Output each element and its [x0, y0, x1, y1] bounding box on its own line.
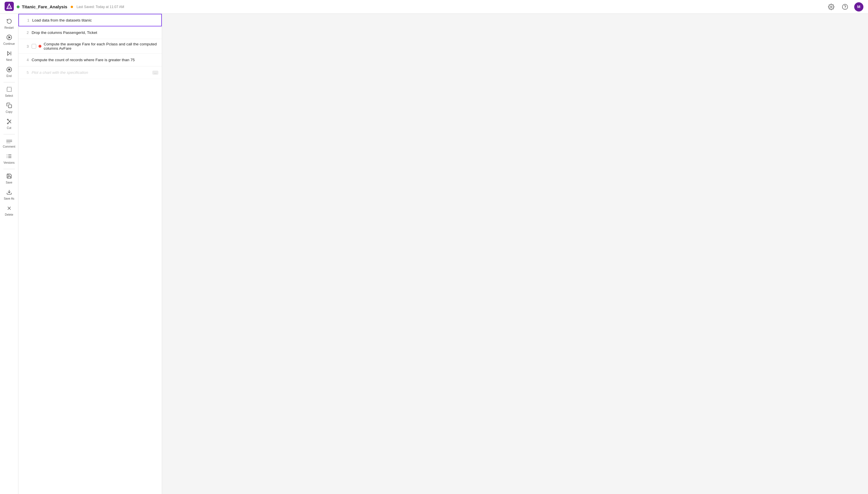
step-row[interactable]: 2 Drop the columns PassengerId, Ticket	[18, 26, 162, 39]
sidebar: Restart Continue Next	[0, 14, 18, 494]
sidebar-divider-1	[3, 82, 15, 82]
sidebar-item-cut[interactable]: Cut	[1, 116, 18, 132]
step-number: 4	[22, 58, 29, 62]
restart-label: Restart	[4, 26, 14, 29]
step-row[interactable]: 1 Load data from the datasets titanic	[18, 14, 162, 26]
versions-label: Versions	[3, 161, 14, 164]
svg-marker-7	[8, 37, 10, 38]
step-number: 5	[22, 70, 29, 75]
versions-icon	[6, 153, 12, 160]
saved-dot	[71, 6, 73, 8]
next-label: Next	[6, 58, 12, 61]
main-content: 1 Load data from the datasets titanic 2 …	[18, 14, 868, 494]
user-avatar[interactable]: M	[854, 2, 863, 12]
sidebar-item-select[interactable]: Select	[1, 84, 18, 100]
svg-point-4	[843, 4, 848, 9]
svg-point-15	[7, 119, 8, 120]
cut-label: Cut	[7, 126, 12, 130]
copy-label: Copy	[6, 110, 12, 113]
comment-icon	[6, 138, 12, 145]
sidebar-item-continue[interactable]: Continue	[1, 32, 18, 48]
save-label: Save	[6, 181, 12, 184]
select-icon	[6, 87, 12, 94]
sidebar-item-save[interactable]: Save	[1, 171, 18, 186]
step-checkbox[interactable]	[32, 44, 36, 49]
save-icon	[6, 173, 12, 180]
svg-rect-11	[8, 69, 10, 70]
svg-marker-8	[7, 52, 10, 55]
main-layout: Restart Continue Next	[0, 14, 868, 494]
end-label: End	[6, 74, 12, 78]
step-text: Load data from the datasets titanic	[32, 18, 158, 22]
sidebar-item-restart[interactable]: Restart	[1, 16, 18, 32]
cut-icon	[6, 119, 12, 126]
steps-panel: 1 Load data from the datasets titanic 2 …	[18, 14, 162, 494]
settings-button[interactable]	[827, 2, 836, 12]
step-number: 2	[22, 31, 29, 35]
step-text: Drop the columns PassengerId, Ticket	[32, 31, 159, 35]
step-error-dot	[38, 45, 41, 48]
sidebar-item-comment[interactable]: Comment	[1, 136, 18, 151]
svg-point-14	[7, 123, 8, 124]
sidebar-item-next[interactable]: Next	[1, 48, 18, 64]
saved-text: Last Saved: Today at 11:07 AM	[76, 5, 124, 9]
sidebar-item-copy[interactable]: Copy	[1, 100, 18, 116]
continue-label: Continue	[3, 42, 15, 45]
select-label: Select	[5, 94, 13, 97]
svg-rect-13	[8, 105, 12, 108]
end-icon	[6, 66, 12, 74]
topbar-actions: M	[827, 2, 863, 12]
delete-label: Delete	[5, 213, 13, 216]
sidebar-item-save-as[interactable]: Save As	[1, 187, 18, 203]
step-tag: ...	[152, 71, 159, 75]
topbar-title-group: Titanic_Fare_Analysis Last Saved: Today …	[17, 4, 827, 9]
sidebar-divider-3	[3, 169, 15, 169]
save-as-icon	[6, 189, 12, 196]
step-number: 3	[22, 44, 29, 49]
sidebar-divider-2	[3, 134, 15, 134]
sidebar-item-versions[interactable]: Versions	[1, 151, 18, 167]
step-row[interactable]: 3 Compute the average Fare for each Pcla…	[18, 39, 162, 54]
svg-rect-12	[7, 87, 11, 92]
sidebar-item-delete[interactable]: Delete	[1, 203, 18, 218]
step-number: 1	[22, 18, 29, 22]
right-panel	[162, 14, 868, 494]
restart-icon	[6, 18, 12, 25]
step-text-placeholder: Plot a chart with the specification	[32, 70, 151, 75]
step-text: Compute the count of records where Fare …	[32, 58, 159, 62]
topbar-title: Titanic_Fare_Analysis	[22, 4, 67, 9]
comment-label: Comment	[3, 145, 15, 148]
step-text: Compute the average Fare for each Pclass…	[44, 42, 159, 51]
status-dot	[17, 5, 20, 8]
sidebar-item-end[interactable]: End	[1, 64, 18, 80]
step-row[interactable]: 4 Compute the count of records where Far…	[18, 54, 162, 66]
continue-icon	[6, 35, 12, 42]
next-icon	[6, 51, 12, 58]
delete-icon	[6, 205, 12, 212]
app-logo	[5, 2, 14, 12]
help-button[interactable]	[841, 2, 850, 12]
save-as-label: Save As	[4, 197, 14, 200]
svg-point-3	[830, 6, 832, 8]
svg-rect-0	[5, 2, 14, 11]
copy-icon	[6, 102, 12, 110]
step-row[interactable]: 5 Plot a chart with the specification ..…	[18, 66, 162, 79]
topbar: Titanic_Fare_Analysis Last Saved: Today …	[0, 0, 868, 14]
